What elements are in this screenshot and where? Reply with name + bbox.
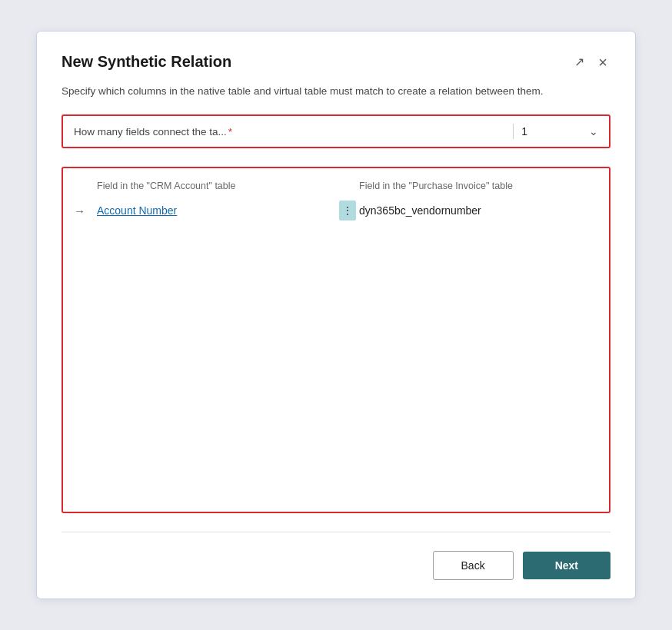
fields-count-dropdown[interactable]: 1 ⌄: [521, 125, 598, 138]
mapping-separator: ⋮: [336, 201, 359, 220]
divider: [513, 124, 514, 139]
fields-count-section: How many fields connect the ta...* 1 ⌄: [62, 114, 610, 148]
col-sep-spacer: [336, 181, 359, 191]
required-marker: *: [228, 126, 232, 138]
content-area: [74, 220, 598, 390]
field-right-cell: dyn365bc_vendornumber: [359, 204, 598, 217]
mapping-header: Field in the "CRM Account" table Field i…: [74, 181, 598, 191]
fields-count-value: 1: [521, 125, 527, 138]
row-options-button[interactable]: ⋮: [339, 201, 356, 220]
arrow-spacer: [74, 181, 97, 191]
header-icons: ↗ ×: [571, 53, 610, 71]
fields-count-label: How many fields connect the ta...*: [74, 126, 505, 138]
row-arrow-icon: →: [74, 204, 97, 217]
dialog-footer: Back Next: [62, 532, 610, 580]
dialog-header: New Synthetic Relation ↗ ×: [62, 53, 610, 71]
mapping-section: Field in the "CRM Account" table Field i…: [62, 167, 610, 513]
dialog-title: New Synthetic Relation: [62, 53, 231, 71]
field-left-cell: Account Number: [97, 204, 336, 217]
account-number-link[interactable]: Account Number: [97, 204, 177, 217]
close-button[interactable]: ×: [595, 53, 610, 71]
chevron-down-icon: ⌄: [589, 125, 598, 138]
expand-button[interactable]: ↗: [571, 55, 587, 70]
col-left-header: Field in the "CRM Account" table: [97, 181, 336, 191]
dialog-container: New Synthetic Relation ↗ × Specify which…: [36, 31, 636, 599]
back-button[interactable]: Back: [433, 551, 514, 580]
dialog-description: Specify which columns in the native tabl…: [62, 84, 610, 99]
col-right-header: Field in the "Purchase Invoice" table: [359, 181, 598, 191]
dots-icon: ⋮: [342, 204, 353, 217]
next-button[interactable]: Next: [523, 552, 610, 579]
mapping-row: → Account Number ⋮ dyn365bc_vendornumber: [74, 201, 598, 220]
